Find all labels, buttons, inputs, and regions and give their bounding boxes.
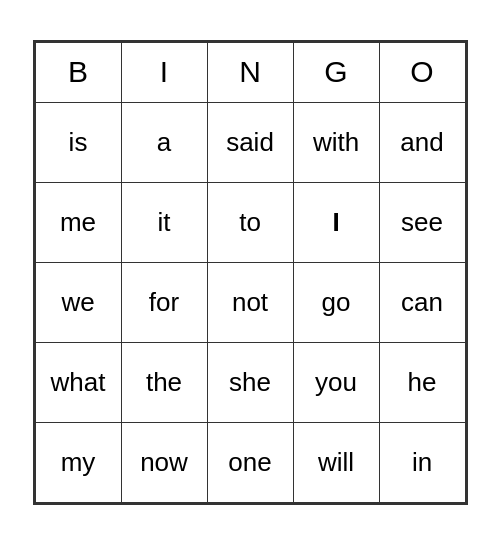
bingo-cell-3-2: she [207, 342, 293, 422]
bingo-cell-0-4: and [379, 102, 465, 182]
bingo-row-3: whatthesheyouhe [35, 342, 465, 422]
header-cell-i: I [121, 42, 207, 102]
bingo-table: BINGO isasaidwithandmeittoIseewefornotgo… [35, 42, 466, 503]
bingo-cell-0-1: a [121, 102, 207, 182]
bingo-row-1: meittoIsee [35, 182, 465, 262]
header-cell-b: B [35, 42, 121, 102]
bingo-cell-3-3: you [293, 342, 379, 422]
bingo-cell-0-0: is [35, 102, 121, 182]
bingo-cell-1-3: I [293, 182, 379, 262]
bingo-cell-3-1: the [121, 342, 207, 422]
bingo-cell-1-1: it [121, 182, 207, 262]
bingo-cell-4-2: one [207, 422, 293, 502]
header-cell-n: N [207, 42, 293, 102]
bingo-row-0: isasaidwithand [35, 102, 465, 182]
bingo-cell-2-0: we [35, 262, 121, 342]
bingo-cell-2-2: not [207, 262, 293, 342]
bingo-cell-2-4: can [379, 262, 465, 342]
bingo-card: BINGO isasaidwithandmeittoIseewefornotgo… [33, 40, 468, 505]
bingo-cell-4-0: my [35, 422, 121, 502]
bingo-cell-4-1: now [121, 422, 207, 502]
bingo-cell-2-3: go [293, 262, 379, 342]
bingo-cell-1-0: me [35, 182, 121, 262]
bingo-cell-1-2: to [207, 182, 293, 262]
bingo-cell-1-4: see [379, 182, 465, 262]
header-cell-g: G [293, 42, 379, 102]
bingo-cell-3-0: what [35, 342, 121, 422]
header-row: BINGO [35, 42, 465, 102]
bingo-cell-2-1: for [121, 262, 207, 342]
bingo-cell-0-2: said [207, 102, 293, 182]
bingo-cell-3-4: he [379, 342, 465, 422]
header-cell-o: O [379, 42, 465, 102]
bingo-cell-4-4: in [379, 422, 465, 502]
bingo-cell-0-3: with [293, 102, 379, 182]
bingo-row-2: wefornotgocan [35, 262, 465, 342]
bingo-row-4: mynowonewillin [35, 422, 465, 502]
bingo-cell-4-3: will [293, 422, 379, 502]
